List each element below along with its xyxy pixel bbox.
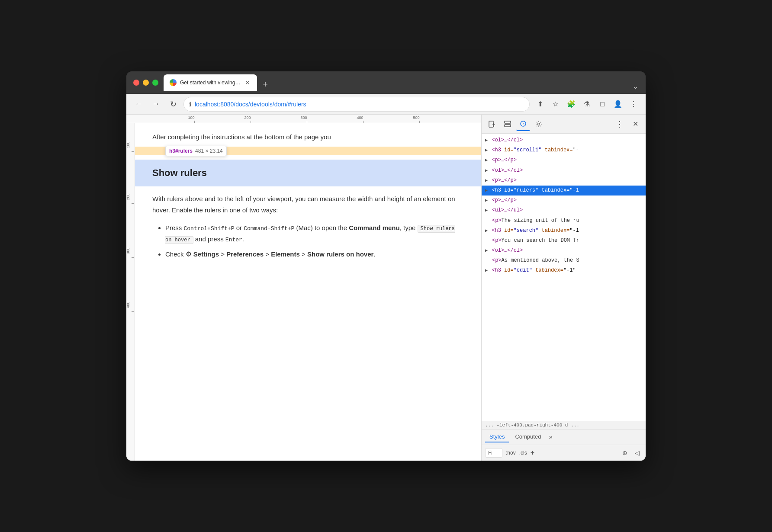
bullet2-prefix: Check xyxy=(165,250,186,258)
share-button[interactable]: ⬆ xyxy=(533,97,547,111)
triangle-icon[interactable]: ▶ xyxy=(485,198,488,203)
dom-line-p-search[interactable]: <p>You can search the DOM Tr xyxy=(482,236,646,246)
tab-close-button[interactable]: ✕ xyxy=(244,79,251,86)
triangle-icon[interactable]: ▶ xyxy=(485,138,488,143)
dom-line-h3scroll1[interactable]: ▶ <h3 id="scroll1" tabindex="- xyxy=(482,145,646,155)
devtools-more-button[interactable]: ⋮ xyxy=(613,117,627,131)
dom-line-ol1[interactable]: ▶ <ol>…</ol> xyxy=(482,135,646,145)
bullet1-enter: Enter xyxy=(225,237,242,243)
tab-styles[interactable]: Styles xyxy=(485,432,509,442)
close-window-button[interactable] xyxy=(133,80,139,86)
triangle-icon[interactable]: ▶ xyxy=(485,228,488,233)
list-item-1: Press Control+Shift+P or Command+Shift+P… xyxy=(165,222,464,245)
triangle-icon[interactable]: ▶ xyxy=(485,188,488,193)
section-heading: Show rulers xyxy=(152,164,464,182)
refresh-button[interactable]: ↻ xyxy=(166,97,180,111)
devtools-settings-button[interactable] xyxy=(532,117,546,131)
dom-line-ol3[interactable]: ▶ <ol>…</ol> xyxy=(482,246,646,256)
ruler-left-mark-100: 100 xyxy=(126,145,135,152)
dom-tag: <p>…</p> xyxy=(492,157,517,163)
bullet1-key2: Command+Shift+P xyxy=(244,225,294,232)
navigation-bar: ← → ↻ ℹ localhost:8080/docs/devtools/dom… xyxy=(126,94,646,115)
dom-tag: <p>…</p> xyxy=(492,177,517,183)
triangle-icon[interactable]: ▶ xyxy=(485,248,488,253)
devtools-panel: ⋮ ✕ ▶ <ol>…</ol> ▶ <h3 id="scroll1" tabi… xyxy=(481,115,646,461)
bullet2-show: Show rulers on hover xyxy=(307,250,373,258)
dom-tag: <p> xyxy=(492,237,502,244)
lab-button[interactable]: ⚗ xyxy=(580,97,594,111)
dom-line-p-mentioned[interactable]: <p>As mentioned above, the S xyxy=(482,256,646,266)
page-body: h3#rulers 481 × 23.14 After completing t… xyxy=(135,123,481,461)
devtools-inspector-button[interactable] xyxy=(485,117,499,131)
triangle-icon[interactable]: ▶ xyxy=(485,168,488,173)
new-tab-button[interactable]: + xyxy=(259,78,272,91)
dom-line-ol2[interactable]: ▶ <ol>…</ol> xyxy=(482,166,646,176)
bullet2-period: . xyxy=(373,250,375,258)
dom-line-h3search[interactable]: ▶ <h3 id="search" tabindex="-1 xyxy=(482,226,646,236)
dom-tag: <h3 xyxy=(492,147,504,153)
dom-tag: <p>…</p> xyxy=(492,197,517,203)
triangle-icon[interactable]: ▶ xyxy=(485,158,488,163)
devtools-close-button[interactable]: ✕ xyxy=(628,117,642,131)
triangle-icon[interactable]: ▶ xyxy=(485,178,488,183)
svg-point-5 xyxy=(523,125,524,125)
bookmark-button[interactable]: ☆ xyxy=(549,97,563,111)
dom-line-ul[interactable]: ▶ <ul>…</ul> xyxy=(482,205,646,215)
style-icons: ⊕ ◁ xyxy=(620,448,642,458)
ruler-mark-300: 300 xyxy=(304,115,310,123)
triangle-icon[interactable]: ▶ xyxy=(485,268,488,273)
add-style-button[interactable]: + xyxy=(531,449,534,457)
ruler-mark-400: 400 xyxy=(360,115,367,123)
devtools-style-bar: Fi :hov .cls + ⊕ ◁ xyxy=(482,445,646,461)
dom-tag: <h3 xyxy=(492,267,504,273)
main-area: 100 200 300 400 500 100 200 xyxy=(126,115,646,461)
bullet2-elements: Elements xyxy=(271,250,300,258)
maximize-window-button[interactable] xyxy=(152,80,158,86)
reader-mode-button[interactable]: □ xyxy=(595,97,609,111)
pseudo-states-button[interactable]: :hov xyxy=(506,450,516,456)
devtools-layers-button[interactable] xyxy=(501,117,515,131)
cls-button[interactable]: .cls xyxy=(519,450,527,456)
bullet2-gt3: > xyxy=(300,250,307,258)
address-bar[interactable]: ℹ localhost:8080/docs/devtools/dom/#rule… xyxy=(183,97,530,112)
triangle-icon[interactable]: ▶ xyxy=(485,148,488,153)
dom-tag: <ol>…</ol> xyxy=(492,137,523,143)
dom-line-p1[interactable]: ▶ <p>…</p> xyxy=(482,155,646,165)
bullet1-bold: Command menu xyxy=(349,224,400,231)
dom-line-p3[interactable]: ▶ <p>…</p> xyxy=(482,195,646,205)
traffic-lights xyxy=(133,80,158,86)
list-item-2: Check ⚙ Settings > Preferences > Element… xyxy=(165,248,464,260)
tab-computed[interactable]: Computed xyxy=(511,432,545,442)
dom-line-h3rulers[interactable]: ▶ <h3 id="rulers" tabindex="-1 xyxy=(482,186,646,195)
devtools-tabs: Styles Computed » xyxy=(482,429,646,445)
devtools-console-button[interactable] xyxy=(516,117,530,131)
active-tab[interactable]: Get started with viewing and c ✕ xyxy=(164,74,257,91)
forward-button[interactable]: → xyxy=(149,97,163,111)
nav-actions: ⬆ ☆ 🧩 ⚗ □ 👤 ⋮ xyxy=(533,97,640,111)
ruler-top-inner: 100 200 300 400 500 xyxy=(135,115,481,123)
minimize-window-button[interactable] xyxy=(143,80,149,86)
dom-tag: <h3 xyxy=(492,187,504,193)
highlight-blue: Show rulers xyxy=(135,160,481,186)
triangle-icon[interactable]: ▶ xyxy=(485,208,488,213)
devtools-toolbar: ⋮ ✕ xyxy=(482,115,646,134)
back-button[interactable]: ← xyxy=(132,97,145,111)
bullet1-mid: or xyxy=(235,224,244,231)
dom-tag: <ul>…</ul> xyxy=(492,207,523,213)
extensions-button[interactable]: 🧩 xyxy=(564,97,578,111)
dom-line-h3edit[interactable]: ▶ <h3 id="edit" tabindex="-1" xyxy=(482,266,646,276)
bullet1-suffix: (Mac) to open the xyxy=(294,224,349,231)
ruler-top: 100 200 300 400 500 xyxy=(126,115,481,123)
bullet2-gt1: > xyxy=(219,250,226,258)
dom-line-p2[interactable]: ▶ <p>…</p> xyxy=(482,176,646,186)
tab-menu-button[interactable]: ⌄ xyxy=(632,81,639,91)
styles-filter-input[interactable]: Fi xyxy=(485,448,502,458)
settings-gear-icon: ⚙ xyxy=(186,248,192,260)
bullet2-prefs: Preferences xyxy=(226,250,264,258)
dom-line-p-sizing[interactable]: <p>The sizing unit of the ru xyxy=(482,216,646,226)
browser-menu-button[interactable]: ⋮ xyxy=(627,97,640,111)
tab-more-button[interactable]: » xyxy=(547,432,554,442)
toggle-sidebar-button[interactable]: ◁ xyxy=(632,448,642,458)
new-rule-button[interactable]: ⊕ xyxy=(620,448,630,458)
profile-button[interactable]: 👤 xyxy=(611,97,625,111)
